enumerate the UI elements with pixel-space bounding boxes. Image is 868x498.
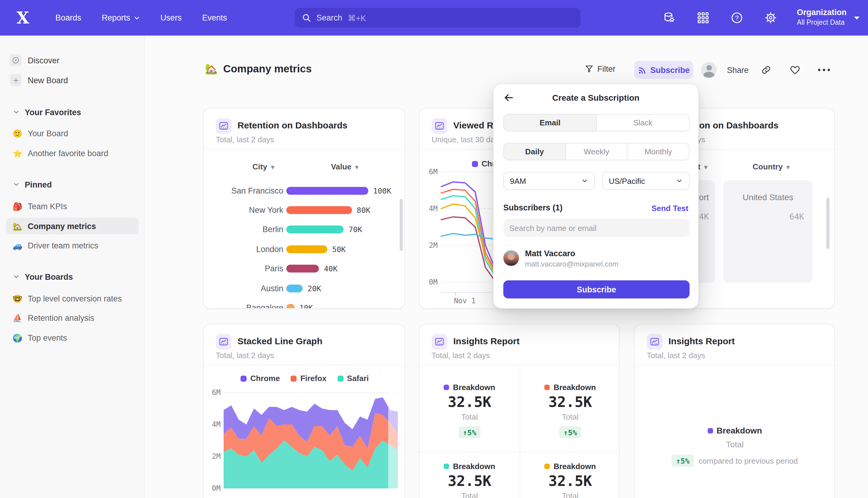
tab-weekly[interactable]: Weekly (566, 144, 627, 160)
column-header-value[interactable]: Value▼ (312, 162, 378, 171)
help-icon[interactable]: ? (731, 11, 743, 24)
row-bar (286, 206, 352, 214)
tab-monthly[interactable]: Monthly (628, 144, 689, 160)
delta-badge: ↑5% (458, 426, 480, 438)
heart-icon[interactable] (790, 65, 801, 75)
sidebar-item-label: New Board (28, 76, 68, 85)
chevron-down-icon (134, 15, 140, 21)
table-row[interactable]: San Francisco100K (216, 181, 398, 200)
metric-block: Breakdown32.5KTotal↑5% (421, 382, 518, 438)
sidebar: Discover New Board Your Favorites🙂Your B… (0, 36, 145, 498)
board-emoji-icon: 🎒 (12, 202, 23, 211)
filter-funnel-icon (585, 65, 594, 74)
table-row[interactable]: Berlin70K (216, 220, 398, 239)
time-select[interactable]: 9AM (503, 172, 595, 190)
data-pipeline-icon[interactable] (663, 11, 676, 24)
subscriber-search-input[interactable] (503, 219, 690, 237)
section-title: Pinned (25, 180, 52, 189)
link-icon[interactable] (761, 65, 772, 75)
share-button[interactable]: Share (727, 66, 749, 75)
sort-caret-icon: ▼ (270, 164, 276, 171)
legend-swatch (444, 463, 449, 469)
table-row[interactable]: Bangalore10K (216, 298, 398, 309)
more-dots-icon[interactable] (817, 68, 831, 72)
metric-caption: Total (522, 412, 618, 421)
user-avatar[interactable] (701, 62, 717, 78)
row-bar (286, 304, 294, 309)
board-emoji-icon: 🏡 (205, 63, 218, 75)
sidebar-item-discover[interactable]: Discover (10, 52, 136, 69)
tab-slack[interactable]: Slack (597, 115, 689, 131)
org-switcher[interactable]: Organization All Project Data (797, 6, 846, 27)
metric-label: Breakdown (717, 425, 762, 435)
nav-link-users[interactable]: Users (160, 13, 182, 22)
sidebar-item-driver-team-metrics[interactable]: 🚙Driver team metrics (6, 237, 139, 254)
metric-label-row: Breakdown (522, 382, 618, 392)
section-title: Your Boards (25, 272, 73, 281)
sidebar-section-0[interactable]: Your Favorites (13, 106, 134, 118)
nav-link-boards[interactable]: Boards (55, 13, 81, 22)
board-emoji-icon: ⭐ (12, 149, 23, 158)
sidebar-section-1[interactable]: Pinned (13, 179, 134, 191)
sidebar-item-another-favorite-board[interactable]: ⭐Another favorite board (6, 145, 139, 161)
subscriber-name: Matt Vaccaro (525, 249, 575, 258)
table-row[interactable]: New York80K (216, 200, 398, 220)
row-bar (286, 265, 319, 273)
sidebar-section-2[interactable]: Your Boards (13, 271, 134, 283)
sidebar-item-team-kpis[interactable]: 🎒Team KPIs (6, 198, 139, 215)
search-input[interactable]: Search ⌘+K (295, 8, 580, 28)
chevron-down-icon (13, 182, 19, 187)
chevron-down-icon (854, 16, 860, 21)
sidebar-item-label: Top level conversion rates (28, 294, 122, 303)
table-row[interactable]: Paris40K (216, 259, 398, 278)
board-emoji-icon: 🚙 (12, 241, 23, 250)
legend-swatch (545, 384, 550, 390)
board-emoji-icon: 🤓 (12, 294, 23, 303)
board-emoji-icon: 🙂 (12, 129, 23, 138)
metric-block: Breakdown32.5KTotal↑5% (522, 461, 618, 498)
subscribe-button[interactable]: Subscribe (634, 61, 693, 79)
sidebar-item-top-events[interactable]: 🌍Top events (6, 329, 139, 346)
row-bar (286, 226, 344, 234)
metric-block: Breakdown32.5KTotal↑5% (421, 461, 518, 498)
column-header-city[interactable]: City▼ (228, 162, 300, 171)
pivot-cell-country[interactable]: United States 64K (723, 180, 813, 283)
sidebar-item-new-board[interactable]: New Board (10, 72, 136, 89)
column-header-country[interactable]: Country▼ (737, 162, 806, 171)
nav-link-events[interactable]: Events (202, 13, 227, 22)
metric-caption: Total (421, 412, 518, 421)
table-row[interactable]: London50K (216, 239, 398, 259)
gear-icon[interactable] (764, 11, 777, 24)
page-title: 🏡 Company metrics (205, 63, 312, 75)
card-scrollbar[interactable] (826, 198, 829, 249)
card-title: Insights Report (668, 336, 735, 346)
tab-email[interactable]: Email (504, 115, 597, 131)
sidebar-item-retention-analysis[interactable]: ⛵Retention analysis (6, 309, 139, 326)
modal-subscribe-button[interactable]: Subscribe (503, 280, 690, 299)
delta-badge: ↑5% (672, 455, 694, 467)
mixpanel-logo[interactable]: X (13, 8, 32, 27)
filter-button[interactable]: Filter (585, 65, 615, 74)
send-test-link[interactable]: Send Test (652, 204, 689, 213)
card-title: Insights Report (453, 336, 520, 346)
apps-grid-icon[interactable] (697, 11, 709, 24)
modal-title: Create a Subscription (494, 93, 698, 103)
timezone-select[interactable]: US/Pacific (602, 172, 690, 190)
metric-value: 32.5K (421, 394, 518, 410)
table-row[interactable]: Austin20K (216, 278, 398, 298)
sort-caret-icon: ▼ (354, 164, 360, 171)
row-value: 10K (299, 303, 313, 309)
metric-value: 32.5K (522, 473, 618, 489)
metric-caption: Total (668, 440, 801, 449)
sidebar-item-company-metrics[interactable]: 🏡Company metrics (6, 218, 139, 235)
card-scrollbar[interactable] (400, 199, 403, 251)
row-value: 70K (348, 225, 362, 234)
row-city-label: San Francisco (216, 186, 283, 195)
nav-link-reports[interactable]: Reports (102, 13, 140, 22)
metric-caption: Total (421, 492, 518, 498)
subscribers-label: Subscribers (1) (503, 203, 563, 212)
sidebar-item-top-level-conversion-rates[interactable]: 🤓Top level conversion rates (6, 290, 139, 307)
metric-label: Breakdown (453, 382, 495, 392)
sidebar-item-your-board[interactable]: 🙂Your Board (6, 125, 139, 142)
tab-daily[interactable]: Daily (504, 144, 566, 160)
